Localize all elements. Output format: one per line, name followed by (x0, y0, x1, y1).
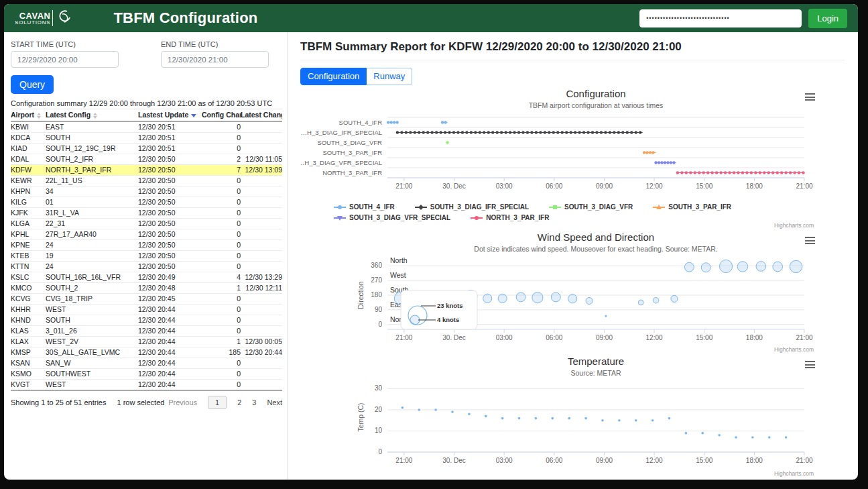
cell-changes: 0 (202, 208, 241, 219)
cell-changes: 0 (202, 144, 241, 154)
cell-update: 12/30 20:44 (138, 337, 202, 347)
table-row[interactable]: KCVGCVG_18_TRIP12/30 20:450 (11, 294, 282, 305)
tab-runway[interactable]: Runway (367, 68, 412, 85)
cell-update: 12/30 20:51 (138, 121, 202, 133)
chart-menu-icon[interactable] (805, 93, 815, 103)
table-row[interactable]: KPNE2412/30 20:500 (11, 240, 282, 251)
cell-change (241, 262, 282, 272)
cell-airport: KDCA (11, 133, 46, 144)
app-window: CAVAN SOLUTIONS TBFM Configuration Login… (4, 4, 858, 480)
svg-text:21:00: 21:00 (395, 457, 412, 464)
svg-text:Direction: Direction (357, 281, 365, 309)
cell-config: WEST_2V (46, 337, 138, 347)
row-selected-text: 1 row selected (117, 398, 164, 406)
query-sidebar: START TIME (UTC) END TIME (UTC) Query Co… (4, 32, 288, 480)
screenshot-root: { "header": { "logo_line1": "CAVAN", "lo… (0, 0, 868, 489)
table-row[interactable]: KSMOSOUTHWEST12/30 20:440 (11, 369, 282, 380)
table-row[interactable]: KSANSAN_W12/30 20:440 (11, 358, 282, 369)
svg-text:06:00: 06:00 (546, 334, 562, 341)
tab-configuration[interactable]: Configuration (300, 68, 367, 85)
cell-config: WEST (46, 380, 138, 391)
legend-item-north_3_par_ifr[interactable]: NORTH_3_PAR_IFR (471, 214, 549, 221)
end-time-input[interactable] (161, 51, 269, 68)
legend-item-south_3_diag_vfr[interactable]: SOUTH_3_DIAG_VFR (549, 203, 633, 211)
cell-change (241, 315, 282, 326)
table-row[interactable]: KHPN3412/30 20:500 (11, 186, 282, 197)
svg-text:0: 0 (378, 321, 382, 328)
cell-airport: KBWI (11, 121, 46, 133)
table-row[interactable]: KMSP30S_ALL_GATE_LVMC12/30 20:4418512/30… (11, 347, 282, 358)
start-time-label: START TIME (UTC) (11, 40, 119, 48)
table-row[interactable]: KHNDSOUTH12/30 20:440 (11, 315, 282, 326)
table-row[interactable]: KVGTWEST12/30 20:440 (11, 380, 282, 391)
cell-update: 12/30 20:50 (138, 251, 202, 262)
password-input[interactable] (639, 9, 802, 28)
table-row[interactable]: KEWR22L_11_US12/30 20:500 (11, 176, 282, 186)
cell-config: 24 (46, 262, 138, 272)
table-row[interactable]: KTTN2412/30 20:500 (11, 262, 282, 272)
svg-text:SOUTH_3_PAR_IFR: SOUTH_3_PAR_IFR (322, 149, 382, 156)
svg-text:23 knots: 23 knots (437, 302, 463, 309)
cell-airport: KDFW (11, 165, 46, 176)
cell-airport: KPHL (11, 229, 46, 240)
column-header-config-changes[interactable]: Config Changes (202, 109, 241, 122)
table-header-row: AirportLatest ConfigLastest UpdateConfig… (11, 109, 282, 122)
table-row[interactable]: KLAXWEST_2V12/30 20:44112/30 00:05 (11, 337, 282, 347)
svg-text:21:00: 21:00 (395, 334, 412, 341)
cell-config: 22_31 (46, 219, 138, 229)
cell-config: EAST (46, 121, 138, 133)
cell-change (241, 186, 282, 197)
page-next[interactable]: Next (267, 398, 282, 406)
column-header-latest-config[interactable]: Latest Config (46, 109, 138, 122)
chart-menu-icon[interactable] (805, 237, 815, 246)
legend-item-south_4_ifr[interactable]: SOUTH_4_IFR (334, 203, 395, 211)
cell-airport: KDAL (11, 154, 46, 165)
table-row[interactable]: KDCASOUTH12/30 20:510 (11, 133, 282, 144)
page-1[interactable]: 1 (208, 396, 227, 409)
page-3[interactable]: 3 (252, 398, 256, 406)
cell-airport: KVGT (11, 380, 46, 391)
column-header-airport[interactable]: Airport (11, 109, 46, 122)
legend-item-south_3_par_ifr[interactable]: SOUTH_3_PAR_IFR (653, 203, 731, 211)
table-row[interactable]: KLGA22_3112/30 20:500 (11, 219, 282, 229)
chart-menu-icon[interactable] (805, 361, 815, 370)
cell-changes: 7 (202, 165, 241, 176)
cell-update: 12/30 20:44 (138, 305, 202, 315)
table-row[interactable]: KLAS3_01L_2612/30 20:440 (11, 326, 282, 337)
cell-config: SOUTH_12_19C_19R (46, 144, 138, 154)
cell-airport: KPNE (11, 240, 46, 251)
sort-icon (93, 113, 97, 119)
report-panel: TBFM Summary Report for KDFW 12/29/2020 … (288, 32, 858, 480)
table-row[interactable]: KBWIEAST12/30 20:510 (11, 121, 282, 133)
column-header-lastest-update[interactable]: Lastest Update (138, 109, 202, 122)
svg-text:North: North (390, 257, 408, 265)
table-row[interactable]: KDALSOUTH_2_IFR12/30 20:50212/30 11:05 (11, 154, 282, 165)
svg-text:21:00: 21:00 (796, 457, 812, 464)
start-time-input[interactable] (11, 51, 119, 68)
sort-desc-icon (191, 114, 196, 117)
table-row[interactable]: KJFK31R_L_VA12/30 20:500 (11, 208, 282, 219)
table-row[interactable]: KILG0112/30 20:500 (11, 197, 282, 208)
table-row[interactable]: KPHL27R_17_AAR4012/30 20:500 (11, 229, 282, 240)
column-header-latest-change[interactable]: Latest Change (241, 109, 282, 122)
legend-item-south_3_diag_ifr_special[interactable]: SOUTH_3_DIAG_IFR_SPECIAL (415, 203, 529, 211)
cell-change: 12/30 12:11 (241, 283, 282, 294)
cell-config: SOUTHWEST (46, 369, 138, 380)
table-row[interactable]: KSLCSOUTH_16R_16L_VFR12/30 20:49412/30 1… (11, 272, 282, 283)
table-row[interactable]: KDFWNORTH_3_PAR_IFR12/30 20:50712/30 13:… (11, 165, 282, 176)
table-row[interactable]: KTEB1912/30 20:500 (11, 251, 282, 262)
table-row[interactable]: KHHRWEST12/30 20:440 (11, 305, 282, 315)
table-footer: Showing 1 to 25 of 51 entries 1 row sele… (11, 396, 282, 409)
table-row[interactable]: KIADSOUTH_12_19C_19R12/30 20:510 (11, 144, 282, 154)
table-row[interactable]: KMCOSOUTH_212/30 20:48112/30 12:11 (11, 283, 282, 294)
cell-change: 12/30 00:05 (241, 337, 282, 347)
page-2[interactable]: 2 (237, 398, 241, 406)
login-button[interactable]: Login (808, 9, 847, 28)
query-button[interactable]: Query (11, 75, 54, 94)
cell-change: 12/30 13:09 (241, 165, 282, 176)
page-previous[interactable]: Previous (168, 398, 197, 406)
cell-airport: KTTN (11, 262, 46, 272)
svg-text:15:00: 15:00 (696, 334, 712, 341)
legend-item-south_3_diag_vfr_special[interactable]: SOUTH_3_DIAG_VFR_SPECIAL (334, 214, 450, 221)
svg-text:360: 360 (371, 262, 382, 270)
